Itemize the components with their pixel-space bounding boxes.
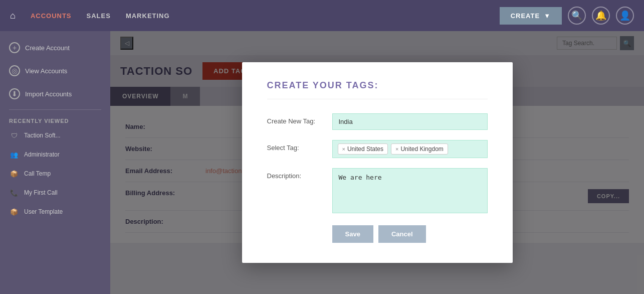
sidebar-divider — [9, 109, 101, 110]
my-first-call-icon: 📞 — [9, 188, 19, 198]
recently-viewed-label: Recently Viewed — [0, 114, 110, 126]
modal-actions: Save Cancel — [267, 225, 488, 243]
description-form-label: Description: — [267, 168, 332, 180]
description-textarea[interactable]: We are here — [332, 168, 488, 213]
cancel-button[interactable]: Cancel — [378, 225, 426, 243]
sidebar-item-import-accounts[interactable]: ⬇ Import Accounts — [0, 82, 110, 105]
modal-title: CREATE YOUR TAGS: — [267, 80, 488, 99]
nav-sales[interactable]: SALES — [87, 12, 111, 20]
create-button[interactable]: CREATE ▼ — [500, 7, 562, 25]
new-tag-label: Create New Tag: — [267, 113, 332, 125]
user-icon[interactable]: 👤 — [616, 7, 634, 25]
tag-chip-uk: × United Kingdom — [391, 143, 448, 155]
list-item[interactable]: 📦 User Template — [0, 202, 110, 221]
list-item[interactable]: 📞 My First Call — [0, 183, 110, 202]
list-item[interactable]: 👥 Administrator — [0, 145, 110, 164]
search-icon[interactable]: 🔍 — [568, 7, 586, 25]
modal-overlay[interactable]: CREATE YOUR TAGS: Create New Tag: Select… — [110, 31, 644, 294]
sidebar-item-create-account[interactable]: + Create Account — [0, 36, 110, 59]
administrator-icon: 👥 — [9, 150, 19, 160]
nav-right: CREATE ▼ 🔍 🔔 👤 — [500, 7, 634, 25]
tags-container[interactable]: × United States × United Kingdom — [332, 140, 488, 158]
sidebar: + Create Account ◎ View Accounts ⬇ Impor… — [0, 31, 110, 294]
list-item[interactable]: 📦 Call Temp — [0, 164, 110, 183]
create-tags-modal: CREATE YOUR TAGS: Create New Tag: Select… — [242, 62, 513, 263]
select-tag-label: Select Tag: — [267, 140, 332, 152]
home-icon[interactable]: ⌂ — [10, 11, 16, 21]
list-item[interactable]: 🛡 Taction Soft... — [0, 126, 110, 145]
tag-chip-us: × United States — [338, 143, 388, 155]
description-row: Description: We are here — [267, 168, 488, 213]
remove-uk-tag[interactable]: × — [395, 146, 398, 152]
select-tag-row: Select Tag: × United States × United Kin… — [267, 140, 488, 158]
import-accounts-icon: ⬇ — [9, 88, 20, 99]
content-area: ◁ 🔍 TACTION SO ADD TAGS OVERVIEW M Name:… — [110, 31, 644, 294]
remove-us-tag[interactable]: × — [342, 146, 345, 152]
new-tag-row: Create New Tag: — [267, 113, 488, 130]
nav-marketing[interactable]: MARKETING — [126, 12, 170, 20]
main-layout: + Create Account ◎ View Accounts ⬇ Impor… — [0, 31, 644, 294]
top-nav: ⌂ ACCOUNTS SALES MARKETING CREATE ▼ 🔍 🔔 … — [0, 0, 644, 31]
create-account-icon: + — [9, 42, 20, 53]
bell-icon[interactable]: 🔔 — [592, 7, 610, 25]
call-temp-icon: 📦 — [9, 169, 19, 179]
sidebar-item-view-accounts[interactable]: ◎ View Accounts — [0, 59, 110, 82]
taction-icon: 🛡 — [9, 130, 19, 140]
view-accounts-icon: ◎ — [9, 65, 20, 76]
save-button[interactable]: Save — [332, 225, 373, 243]
user-template-icon: 📦 — [9, 207, 19, 217]
new-tag-input[interactable] — [332, 113, 488, 130]
nav-accounts[interactable]: ACCOUNTS — [31, 12, 72, 20]
